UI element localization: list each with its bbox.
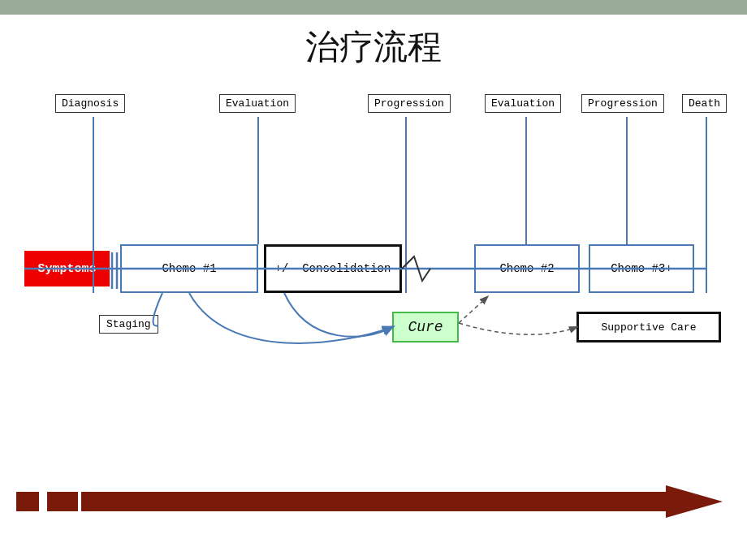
supportive-care-box: Supportive Care (576, 312, 721, 342)
arrow-container (0, 477, 747, 526)
staging-label: Staging (99, 315, 158, 334)
milestone-diagnosis: Diagnosis (55, 94, 125, 113)
svg-marker-12 (81, 485, 723, 518)
milestone-evaluation2: Evaluation (485, 94, 561, 113)
chemo2-box: Chemo #2 (474, 244, 580, 293)
milestone-progression1: Progression (368, 94, 451, 113)
cure-box: Cure (392, 312, 459, 342)
timeline-arrow (0, 477, 747, 526)
page-title: 治疗流程 (0, 24, 747, 70)
consolidation-box: +/- Consolidation (264, 244, 402, 293)
top-bar (0, 0, 747, 15)
chemo3-box: Chemo #3+ (589, 244, 694, 293)
svg-line-9 (459, 297, 487, 323)
milestone-progression2: Progression (581, 94, 664, 113)
chemo1-box: Chemo #1 (120, 244, 258, 293)
symptoms-box: Symptoms (24, 251, 110, 286)
svg-rect-11 (47, 492, 78, 511)
milestone-evaluation1: Evaluation (219, 94, 296, 113)
diagram-area: Diagnosis Evaluation Progression Evaluat… (0, 94, 747, 370)
svg-rect-10 (16, 492, 39, 511)
milestone-death: Death (682, 94, 727, 113)
